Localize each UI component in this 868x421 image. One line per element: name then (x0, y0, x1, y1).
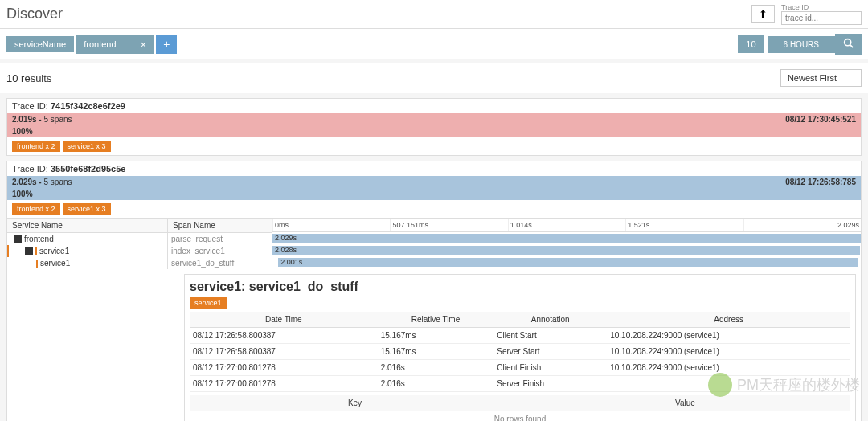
trace-duration-bar: 2.019s - 5 spans08/12 17:30:45:521 (7, 113, 861, 125)
annotation-row: 08/12 17:27:00.8012782.016sClient Finish… (190, 360, 850, 376)
service-color-bar (36, 260, 38, 268)
time-range-box[interactable]: 6 HOURS (768, 36, 835, 53)
search-button[interactable] (835, 34, 862, 55)
detail-badge: service1 (190, 297, 227, 309)
span-name-cell: parse_request (168, 233, 272, 245)
trace-id-line: Trace ID: 7415f342c8e6f2e9 (7, 99, 861, 113)
annotation-row: 08/12 17:26:58.80038715.167msClient Star… (190, 328, 850, 344)
service-row[interactable]: −service1 (7, 245, 167, 257)
svg-line-1 (850, 45, 853, 47)
trace-card[interactable]: Trace ID: 7415f342c8e6f2e9 2.019s - 5 sp… (6, 98, 862, 156)
limit-box[interactable]: 10 (738, 35, 764, 53)
span-bar-row[interactable]: 2.001s (272, 256, 861, 268)
upload-button[interactable]: ⬆ (751, 5, 775, 23)
span-name-header: Span Name (168, 219, 272, 233)
service-row[interactable]: −frontend (7, 233, 167, 245)
detail-title: service1: service1_do_stuff (190, 280, 850, 294)
service-badge[interactable]: frontend x 2 (12, 203, 60, 215)
no-rows-text: No rows found (190, 411, 850, 422)
span-bar-row[interactable]: 2.028s (272, 244, 861, 256)
service-badge[interactable]: frontend x 2 (12, 141, 60, 152)
service-row[interactable]: service1 (7, 257, 167, 269)
span-name-cell: index_service1 (168, 245, 272, 257)
annotation-table: Date TimeRelative TimeAnnotationAddress0… (190, 312, 850, 392)
close-icon[interactable]: × (141, 39, 147, 51)
trace-pct-bar: 100% (7, 188, 861, 200)
trace-id-line: Trace ID: 3550fe68f2d95c5e (7, 161, 861, 176)
page-title: Discover (6, 6, 751, 22)
sort-select[interactable]: Newest First (780, 69, 862, 87)
span-table: Service Name−frontend−service1service1 S… (7, 218, 861, 269)
search-icon (843, 38, 854, 48)
trace-pct-bar: 100% (7, 125, 861, 137)
service-badge[interactable]: service1 x 3 (63, 203, 111, 215)
kv-table: KeyValue No rows found (190, 395, 850, 421)
span-bar-row[interactable]: 2.029s (272, 232, 861, 244)
filter-value-tag[interactable]: frontend× (76, 35, 154, 54)
trace-id-input[interactable] (781, 11, 862, 25)
collapse-icon[interactable]: − (25, 247, 33, 255)
annotation-row: 08/12 17:26:58.80038715.167msServer Star… (190, 344, 850, 360)
service-badge[interactable]: service1 x 3 (63, 141, 111, 152)
filter-key-tag[interactable]: serviceName (6, 36, 74, 52)
trace-id-label: Trace ID (781, 3, 862, 11)
service-color-bar (35, 247, 37, 255)
span-name-cell: service1_do_stuff (168, 257, 272, 269)
trace-duration-bar: 2.029s - 5 spans08/12 17:26:58:785 (7, 176, 861, 188)
time-ticks: 0ms507.151ms1.014s1.521s2.029s (272, 219, 861, 232)
svg-point-0 (845, 39, 851, 46)
collapse-icon[interactable]: − (14, 235, 22, 243)
trace-card[interactable]: Trace ID: 3550fe68f2d95c5e 2.029s - 5 sp… (6, 161, 862, 421)
results-count: 10 results (6, 72, 780, 84)
span-detail-panel: service1: service1_do_stuff service1 Dat… (184, 274, 856, 421)
service-name-header: Service Name (7, 219, 167, 233)
annotation-row: 08/12 17:27:00.8012782.016sServer Finish (190, 376, 850, 392)
add-filter-button[interactable]: + (156, 35, 177, 54)
